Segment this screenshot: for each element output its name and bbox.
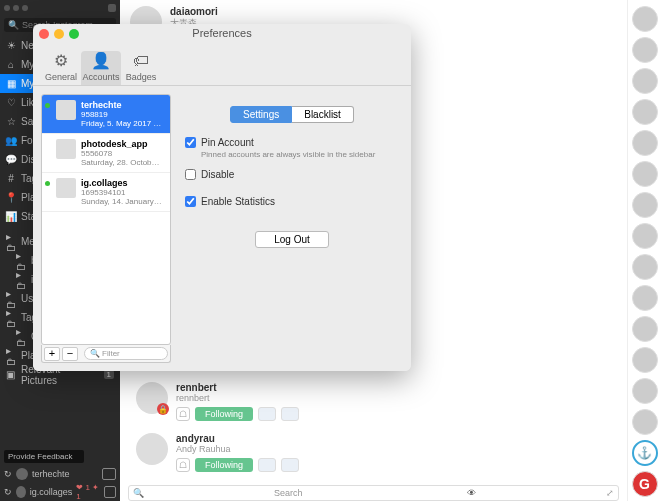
checkbox[interactable] [185,169,196,180]
tab-label: Badges [126,72,157,82]
image-icon: ▣ [6,369,16,380]
rail-avatar[interactable] [632,223,658,249]
tab-icon: 🏷 [121,52,161,70]
rail-avatar[interactable] [632,347,658,373]
bookmark-icon[interactable]: ☖ [176,458,190,472]
rail-avatar[interactable] [632,99,658,125]
sidebar-item-icon: 📍 [6,192,16,203]
tab-settings[interactable]: Settings [230,106,292,123]
sidebar-toggle-icon[interactable] [108,4,116,12]
rail-avatar[interactable]: G [632,471,658,497]
following-button[interactable]: Following [195,407,253,421]
toolbar-tab-accounts[interactable]: 👤Accounts [81,51,121,85]
disable-checkbox[interactable]: Disable [185,169,399,180]
user-subtitle: rennbert [176,393,299,403]
sidebar-item-icon: 👥 [6,135,16,146]
checkbox-label: Enable Statistics [201,196,275,207]
account-list-item[interactable]: photodesk_app5556078Saturday, 28. Octobe… [42,134,170,173]
avatar [16,486,26,498]
rail-avatar[interactable] [632,254,658,280]
add-user-icon[interactable] [281,407,299,421]
checkbox[interactable] [185,137,196,148]
main-search[interactable]: 🔍 Search 👁 ⤢ [128,485,619,501]
modal-titlebar: Preferences [33,24,411,44]
user-name: andyrau [176,433,299,444]
add-user-icon[interactable] [281,458,299,472]
rail-avatar[interactable] [632,161,658,187]
toolbar-tab-general[interactable]: ⚙General [41,51,81,85]
sidebar-item-icon: ♡ [6,97,16,108]
sidebar-item-icon: 💬 [6,154,16,165]
camera-icon[interactable] [102,468,116,480]
account-thumbnail [56,139,76,159]
checkbox[interactable] [185,196,196,207]
tab-label: General [45,72,77,82]
more-icon[interactable] [258,458,276,472]
online-indicator-icon [45,103,50,108]
enable-statistics-checkbox[interactable]: Enable Statistics [185,196,399,207]
account-name: ig.collages [30,487,73,497]
account-list-item[interactable]: ig.collages1695394101Sunday, 14. January… [42,173,170,212]
logout-button[interactable]: Log Out [255,231,329,248]
sidebar-item-icon: ☀ [6,40,16,51]
filter-placeholder: Filter [102,349,120,358]
account-name: terhechte [32,469,70,479]
account-stats: ❤ 1 ✦ 1 [76,483,100,501]
rail-avatar[interactable] [632,37,658,63]
account-thumbnail [56,100,76,120]
rail-avatar[interactable] [632,68,658,94]
rail-avatar[interactable] [632,409,658,435]
rail-avatar[interactable] [632,285,658,311]
rail-avatar[interactable] [632,192,658,218]
toolbar-tab-badges[interactable]: 🏷Badges [121,52,161,85]
more-icon[interactable] [258,407,276,421]
expand-icon[interactable]: ⤢ [606,488,614,498]
tab-icon: 👤 [81,51,121,70]
remove-account-button[interactable]: − [62,347,78,361]
traffic-dot [4,5,10,11]
search-placeholder: Search [274,488,303,498]
search-icon: 🔍 [90,349,100,358]
account-list-item[interactable]: terhechte958819Friday, 5. May 2017 at 19… [42,95,170,134]
add-account-button[interactable]: + [44,347,60,361]
account-name: photodesk_app [81,139,164,149]
following-button[interactable]: Following [195,458,253,472]
tab-icon: ⚙ [41,51,81,70]
pin-account-checkbox[interactable]: Pin Account [185,137,399,148]
account-date: Sunday, 14. January 2018 at… [81,197,164,206]
rail-avatar[interactable] [632,6,658,32]
folder-icon: ▸ 🗀 [6,345,16,367]
sidebar-item-icon: 📊 [6,211,16,222]
rail-avatar[interactable] [632,130,658,156]
camera-icon[interactable] [104,486,116,498]
rail-avatar[interactable]: ⚓ [632,440,658,466]
user-card[interactable]: andyrauAndy Rauhua☖Following [126,427,621,478]
tab-blacklist[interactable]: Blacklist [292,106,354,123]
user-card[interactable]: 🔒rennbertrennbert☖Following [126,376,621,427]
account-id: 958819 [81,110,164,119]
account-settings-panel: Settings Blacklist Pin Account Pinned ac… [181,94,403,363]
account-date: Friday, 5. May 2017 at 19:14… [81,119,164,128]
avatar-rail: ⚓ G [627,0,661,501]
refresh-icon: ↻ [4,487,12,497]
account-id: 5556078 [81,149,164,158]
account-name: terhechte [81,100,164,110]
feedback-link[interactable]: Provide Feedback [4,450,84,463]
eye-icon[interactable]: 👁 [467,488,476,498]
checkbox-label: Pin Account [201,137,254,148]
account-thumbnail [56,178,76,198]
tab-label: Accounts [82,72,119,82]
rail-avatar[interactable] [632,316,658,342]
traffic-dot [22,5,28,11]
rail-avatar[interactable] [632,378,658,404]
sidebar-account-row[interactable]: ↻ig.collages❤ 1 ✦ 1 [0,483,120,501]
user-name: rennbert [176,382,299,393]
folder-icon: ▸ 🗀 [16,326,26,348]
user-name: daiaomori [170,6,218,17]
bookmark-icon[interactable]: ☖ [176,407,190,421]
sidebar-item-icon: ⌂ [6,59,16,70]
segmented-control: Settings Blacklist [185,106,399,123]
modal-toolbar: ⚙General👤Accounts🏷Badges [33,44,411,86]
sidebar-account-row[interactable]: ↻terhechte [0,465,120,483]
account-filter-input[interactable]: 🔍 Filter [84,347,168,360]
